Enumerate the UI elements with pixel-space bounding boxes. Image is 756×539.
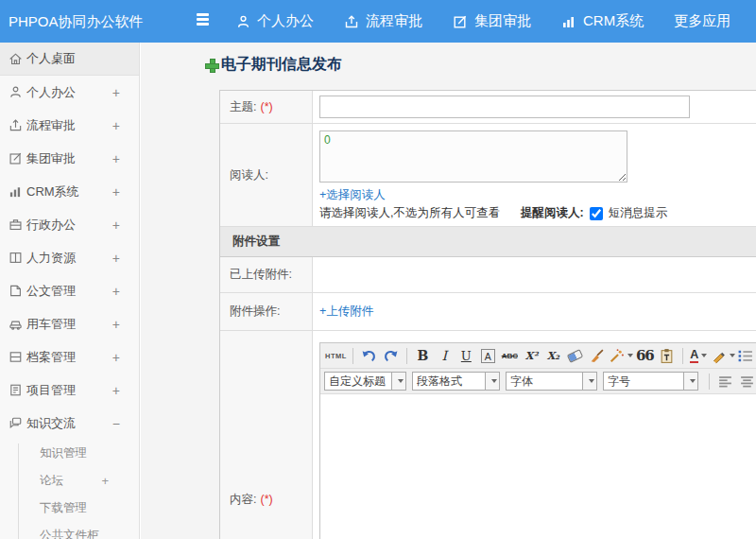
flow-icon: [9, 118, 23, 135]
heading-select[interactable]: 自定义标题: [324, 372, 406, 391]
briefcase-icon: [9, 217, 23, 235]
font-color-button[interactable]: A: [689, 346, 709, 366]
car-icon: [9, 317, 23, 334]
sidebar-item-personal-office[interactable]: 个人办公 +: [0, 76, 139, 109]
underline-button[interactable]: U: [456, 346, 476, 366]
paste-as-text-icon[interactable]: [657, 346, 677, 366]
collapse-sign[interactable]: −: [112, 416, 120, 431]
nav-personal-office[interactable]: 个人办公: [236, 12, 314, 30]
undo-icon[interactable]: [359, 346, 379, 366]
sidebar-item-label: 个人办公: [26, 84, 76, 101]
font-family-select[interactable]: 字体: [506, 372, 597, 391]
expand-sign[interactable]: +: [112, 85, 120, 100]
paragraph-format-select[interactable]: 段落格式: [412, 372, 500, 391]
submenu-item-knowledge-mgmt[interactable]: 知识管理: [0, 440, 139, 467]
expand-sign[interactable]: +: [112, 317, 120, 332]
hamburger-icon[interactable]: [197, 13, 212, 28]
main-content: 电子期刊信息发布 主题: (*) 阅读人: 0 +选择阅读人 请选择阅读人,不选…: [141, 43, 756, 539]
sidebar-item-projects[interactable]: 项目管理 +: [0, 374, 139, 407]
sidebar-item-workflow[interactable]: 流程审批 +: [0, 109, 139, 142]
sidebar: 个人桌面 个人办公 + 流程审批 + 集团审批 + CRM系统 + 行政办公 +…: [0, 43, 140, 539]
magic-wand-icon[interactable]: [609, 346, 633, 366]
caret-down-icon: [589, 379, 594, 383]
nav-label: 更多应用: [674, 12, 730, 30]
format-brush-icon[interactable]: [587, 346, 607, 366]
sidebar-item-vehicles[interactable]: 用车管理 +: [0, 307, 139, 340]
editor-content-area[interactable]: [320, 394, 756, 539]
blockquote-button[interactable]: 66: [635, 346, 655, 366]
app-title: PHPOA协同办公软件: [9, 0, 144, 43]
superscript-button[interactable]: X²: [522, 346, 541, 366]
expand-sign[interactable]: +: [101, 474, 109, 488]
submenu-label: 知识管理: [40, 445, 87, 461]
submenu-item-forum[interactable]: 论坛 +: [0, 467, 139, 495]
content-label: 内容: (*): [220, 331, 313, 539]
nav-crm-system[interactable]: CRM系统: [561, 12, 644, 30]
edit-icon: [453, 14, 468, 29]
bold-button[interactable]: B: [413, 346, 433, 366]
sidebar-item-documents[interactable]: 公文管理 +: [0, 274, 139, 307]
expand-sign[interactable]: +: [112, 383, 120, 398]
readers-hint: 请选择阅读人,不选为所有人可查看: [319, 205, 500, 221]
expand-sign[interactable]: +: [112, 118, 120, 133]
sms-notify-label: 短消息提示: [609, 205, 668, 221]
uploaded-attachments-value: [313, 257, 756, 292]
expand-sign[interactable]: +: [112, 350, 120, 365]
html-source-button[interactable]: HTML: [325, 346, 347, 366]
page-title-text: 电子期刊信息发布: [221, 55, 342, 75]
expand-sign[interactable]: +: [112, 251, 120, 266]
font-size-select[interactable]: 字号: [603, 372, 698, 391]
subscript-button[interactable]: X₂: [543, 346, 563, 366]
attachment-ops-row: 附件操作: +上传附件: [220, 293, 756, 331]
book-icon: [9, 251, 23, 268]
caret-down-icon: [701, 354, 707, 357]
sidebar-item-admin-office[interactable]: 行政办公 +: [0, 208, 139, 241]
sidebar-item-desktop[interactable]: 个人桌面: [0, 43, 139, 76]
sidebar-item-hr[interactable]: 人力资源 +: [0, 241, 139, 274]
sms-notify-checkbox[interactable]: [590, 207, 603, 220]
highlight-pen-icon[interactable]: [711, 346, 735, 366]
submenu-item-public-cabinet[interactable]: 公共文件柜: [0, 522, 139, 539]
sidebar-item-group-approval[interactable]: 集团审批 +: [0, 142, 139, 175]
archive-icon: [9, 350, 23, 367]
nav-more-apps[interactable]: 更多应用: [674, 12, 730, 30]
expand-sign[interactable]: +: [112, 151, 120, 166]
expand-sign[interactable]: +: [112, 284, 120, 299]
sidebar-item-label: 用车管理: [26, 316, 76, 333]
nav-workflow-approval[interactable]: 流程审批: [344, 12, 422, 30]
ordered-list-icon[interactable]: [737, 346, 756, 366]
bar-chart-icon: [9, 184, 23, 201]
align-left-icon[interactable]: [715, 372, 735, 391]
align-center-icon[interactable]: [737, 372, 756, 391]
uploaded-attachments-row: 已上传附件:: [220, 257, 756, 293]
nav-label: CRM系统: [583, 12, 644, 30]
readers-textarea[interactable]: 0: [319, 130, 627, 183]
required-mark: (*): [260, 493, 272, 506]
subject-input[interactable]: [319, 96, 690, 118]
nav-group-approval[interactable]: 集团审批: [453, 12, 531, 30]
uploaded-attachments-label: 已上传附件:: [220, 257, 313, 292]
sidebar-item-archives[interactable]: 档案管理 +: [0, 340, 139, 374]
sidebar-item-label: CRM系统: [26, 183, 79, 200]
remind-readers-label: 提醒阅读人:: [521, 205, 584, 221]
upload-attachment-link[interactable]: +上传附件: [319, 304, 373, 320]
select-readers-link[interactable]: +选择阅读人: [319, 187, 386, 203]
readers-label: 阅读人:: [220, 124, 313, 226]
strikethrough-button[interactable]: ABC: [500, 346, 520, 366]
sidebar-item-label: 档案管理: [26, 349, 76, 366]
eraser-icon[interactable]: [565, 346, 585, 366]
font-style-button[interactable]: A: [478, 346, 498, 366]
expand-sign[interactable]: +: [112, 184, 120, 200]
expand-sign[interactable]: +: [112, 217, 120, 233]
italic-button[interactable]: I: [435, 346, 455, 366]
sidebar-item-knowledge[interactable]: 知识交流 −: [0, 407, 139, 440]
sidebar-item-crm[interactable]: CRM系统 +: [0, 175, 139, 208]
content-row: 内容: (*) HTML B I U A A: [220, 331, 756, 539]
redo-icon[interactable]: [381, 346, 401, 366]
submenu-label: 论坛: [40, 473, 63, 489]
submenu-item-downloads[interactable]: 下载管理: [0, 495, 139, 522]
sidebar-item-label: 行政办公: [26, 217, 76, 234]
required-mark: (*): [260, 100, 272, 113]
nav-label: 个人办公: [257, 12, 314, 30]
home-icon: [9, 52, 23, 69]
